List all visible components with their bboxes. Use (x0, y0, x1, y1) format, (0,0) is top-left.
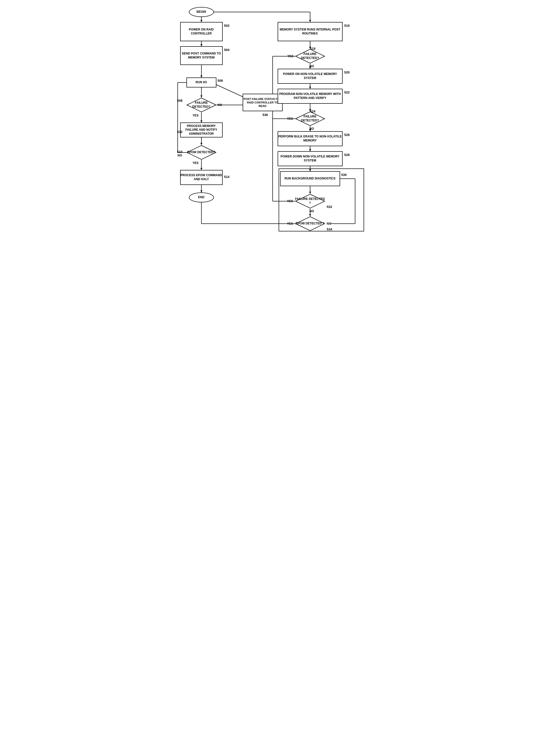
svg-marker-45 (309, 214, 311, 216)
svg-marker-7 (200, 95, 202, 97)
node-502-label: POWER ON RAID CONTROLLER (181, 28, 222, 35)
label-516: 516 (344, 24, 350, 27)
label-524: 524 (310, 109, 316, 113)
node-522-label: PROGRAM NON-VOLATILE MEMORY WITH PATTERN… (278, 92, 342, 100)
svg-marker-3 (200, 44, 202, 46)
svg-marker-37 (309, 149, 311, 151)
svg-marker-13 (200, 168, 202, 170)
label-536: 536 (263, 113, 268, 117)
node-520-label: POWER ON NON-VOLATILE MEMORY SYSTEM (278, 72, 342, 80)
svg-marker-41 (309, 192, 311, 194)
begin-oval: BEGIN (189, 7, 214, 17)
label-508-no: NO (218, 103, 222, 107)
node-520: POWER ON NON-VOLATILE MEMORY SYSTEM (278, 69, 343, 84)
label-522: 522 (344, 90, 350, 94)
svg-marker-5 (200, 75, 202, 77)
label-534-no: NO (327, 222, 331, 225)
label-526: 526 (344, 133, 350, 137)
node-516-label: MEMORY SYSTEM RUNS INTERNAL POST ROUTINE… (278, 28, 342, 35)
node-534-label: EPOW DETECTED ? (296, 222, 324, 226)
label-510: 510 (177, 150, 183, 154)
label-532-no: NO (310, 209, 314, 213)
label-512: 512 (177, 130, 183, 134)
begin-label: BEGIN (196, 10, 206, 14)
label-524-no: NO (310, 127, 314, 130)
node-528-label: POWER DOWN NON-VOLATILE MEMORY SYSTEM (278, 155, 342, 162)
node-522: PROGRAM NON-VOLATILE MEMORY WITH PATTERN… (278, 89, 343, 104)
node-512: PROCESS MEMORY FAILURE AND NOTIFY ADMINI… (180, 122, 223, 137)
label-502: 502 (224, 24, 230, 27)
node-536: POST FAILURE STATUS FOR RAID CONTROLLER … (243, 94, 283, 111)
node-512-label: PROCESS MEMORY FAILURE AND NOTIFY ADMINI… (181, 124, 222, 136)
svg-marker-39 (309, 169, 311, 171)
node-528: POWER DOWN NON-VOLATILE MEMORY SYSTEM (278, 151, 343, 166)
node-510-label: EPOW DETECTED? (187, 150, 215, 154)
label-514: 514 (224, 175, 230, 179)
node-516: MEMORY SYSTEM RUNS INTERNAL POST ROUTINE… (278, 22, 343, 41)
node-530: RUN BACKGROUND DIAGNOSTICS (280, 171, 340, 186)
svg-marker-20 (309, 20, 311, 22)
node-532: FAILURE DETECTED ? (295, 194, 325, 209)
node-518: FAILURE DETECTED? (295, 49, 325, 64)
label-510-no: NO (178, 154, 182, 157)
svg-marker-9 (200, 120, 202, 122)
node-502: POWER ON RAID CONTROLLER (180, 22, 223, 41)
label-510-yes: YES (193, 161, 199, 165)
node-526-label: PERFORM BULK ERASE TO NON-VOLATILE MEMOR… (278, 135, 342, 142)
label-520: 520 (344, 70, 350, 74)
svg-marker-15 (200, 190, 202, 192)
node-536-label: POST FAILURE STATUS FOR RAID CONTROLLER … (243, 97, 282, 108)
svg-marker-11 (200, 143, 202, 145)
label-504: 504 (224, 48, 230, 52)
label-508: 508 (177, 99, 183, 102)
node-532-label: FAILURE DETECTED ? (295, 197, 325, 205)
node-508: FAILURE DETECTED? (186, 97, 216, 112)
node-506: RUN I/O (186, 77, 216, 87)
node-514: PROCESS EPOW COMMAND AND HALT (180, 170, 223, 185)
label-528: 528 (344, 153, 350, 157)
node-530-label: RUN BACKGROUND DIAGNOSTICS (285, 177, 336, 181)
label-524-yes: YES (287, 117, 293, 120)
label-518-no: NO (310, 64, 314, 68)
node-508-label: FAILURE DETECTED? (186, 101, 216, 109)
label-518-yes: YES (288, 54, 294, 58)
node-514-label: PROCESS EPOW COMMAND AND HALT (181, 173, 222, 181)
flowchart-diagram: BEGIN POWER ON RAID CONTROLLER 502 SEND … (168, 5, 393, 300)
node-534: EPOW DETECTED ? (295, 216, 325, 231)
label-530: 530 (341, 173, 347, 177)
node-526: PERFORM BULK ERASE TO NON-VOLATILE MEMOR… (278, 131, 343, 146)
node-510: EPOW DETECTED? (186, 145, 216, 160)
node-524: FAILURE DETECTED? (295, 111, 325, 126)
label-534: 534 (327, 227, 332, 231)
node-504-label: SEND POST COMMAND TO MEMORY SYSTEM (181, 52, 222, 59)
label-534-yes: YES (287, 222, 293, 225)
node-524-label: FAILURE DETECTED? (295, 115, 325, 122)
label-532-yes: YES (287, 199, 293, 203)
end-label: END (198, 195, 204, 199)
label-508-yes: YES (193, 114, 199, 117)
label-518: 518 (310, 47, 316, 50)
node-506-label: RUN I/O (196, 80, 207, 84)
end-oval: END (189, 192, 214, 202)
node-518-label: FAILURE DETECTED? (295, 52, 325, 60)
label-506: 506 (218, 79, 223, 82)
label-532: 532 (327, 205, 332, 209)
svg-marker-29 (309, 87, 311, 89)
svg-marker-1 (200, 20, 202, 22)
node-504: SEND POST COMMAND TO MEMORY SYSTEM (180, 46, 223, 65)
